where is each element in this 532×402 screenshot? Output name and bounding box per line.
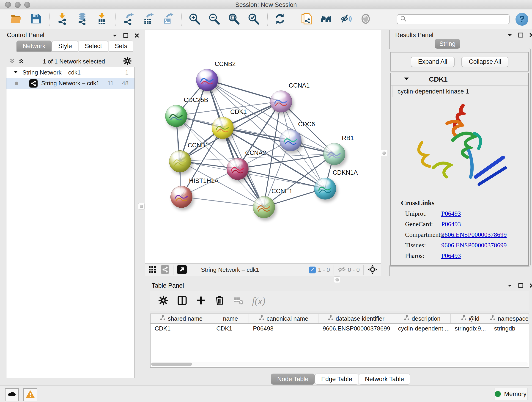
tab-select[interactable]: Select (79, 41, 108, 51)
warnings-button[interactable] (23, 388, 37, 401)
hide-glass-button[interactable] (339, 12, 353, 27)
maximize-panel-icon[interactable] (123, 32, 129, 39)
bottom-splitter-handle[interactable] (334, 276, 340, 283)
zoom-selected-button[interactable] (246, 12, 261, 27)
string-badge-gray-icon[interactable] (161, 265, 169, 275)
crosslink-tissues-[interactable]: 9606.ENSP00000378699 (441, 242, 507, 249)
search-input[interactable] (407, 15, 504, 23)
tab-network-table[interactable]: Network Table (359, 374, 410, 385)
float-panel-icon[interactable] (112, 32, 118, 39)
collection-caret-icon[interactable] (13, 70, 18, 76)
column-header-database-identifier[interactable]: database identifier (318, 314, 394, 323)
hidden-eye-slash-icon[interactable] (338, 265, 346, 274)
birdseye-grid-icon[interactable] (148, 265, 157, 274)
gene-caret-icon[interactable] (404, 76, 409, 83)
network-canvas[interactable]: CCNB2CCNA1CDC25BCDK1CDC6RB1CCNB1CCNA2CDK… (145, 30, 381, 263)
column-header-shared-name[interactable]: shared name (151, 314, 212, 323)
table-cell[interactable]: stringdb (490, 325, 529, 332)
crosslink-uniprot-[interactable]: P06493 (441, 210, 461, 217)
network-options-gear-icon[interactable] (123, 57, 132, 66)
node-ccnb2[interactable] (196, 69, 218, 91)
add-column-icon[interactable] (196, 295, 206, 307)
import-table-button[interactable] (94, 12, 109, 27)
column-header--id[interactable]: @id (451, 314, 490, 323)
close-panel-icon[interactable] (529, 283, 532, 289)
expand-all-icon[interactable] (18, 57, 25, 65)
collapse-all-button[interactable]: Collapse All (462, 57, 508, 67)
tab-network[interactable]: Network (17, 41, 51, 51)
node-rb1[interactable] (323, 143, 345, 165)
export-table-button[interactable] (141, 12, 155, 27)
node-ccna2[interactable] (227, 158, 249, 180)
crosslink-genecard-[interactable]: P06493 (441, 220, 461, 228)
tab-string[interactable]: String (435, 39, 460, 49)
node-cdk1[interactable] (212, 117, 234, 139)
tab-style[interactable]: Style (52, 41, 78, 51)
close-panel-icon[interactable] (134, 32, 140, 39)
node-cdkn1a[interactable] (314, 178, 336, 200)
scrollbar-thumb[interactable] (151, 363, 192, 366)
expand-all-button[interactable]: Expand All (411, 57, 455, 67)
table-cell[interactable]: P06493 (249, 325, 318, 332)
open-in-window-icon[interactable] (177, 265, 187, 275)
cloud-button[interactable] (5, 388, 19, 401)
table-horizontal-scrollbar[interactable] (151, 362, 528, 366)
float-panel-icon[interactable] (507, 283, 513, 289)
network-row[interactable]: String Network – cdk1 11 48 (6, 78, 134, 89)
node-hist1h1a[interactable] (171, 186, 192, 208)
import-database-button[interactable] (75, 12, 89, 27)
tab-edge-table[interactable]: Edge Table (315, 374, 358, 385)
crosslink-compartments-[interactable]: 9606.ENSP00000378699 (441, 231, 507, 238)
show-columns-icon[interactable] (177, 295, 187, 307)
zoom-fit-button[interactable] (226, 12, 241, 27)
tab-sets[interactable]: Sets (109, 41, 133, 51)
node-ccna1[interactable] (270, 90, 292, 113)
node-ccne1[interactable] (253, 196, 275, 218)
open-session-button[interactable] (9, 12, 23, 27)
table-cell[interactable]: CDK1 (212, 325, 249, 332)
share-document-button[interactable] (299, 12, 314, 27)
gene-card-header[interactable]: CDK1 (391, 73, 528, 85)
save-icon (30, 13, 42, 26)
network-node-count: 11 (108, 80, 114, 87)
node-ccnb1[interactable] (169, 150, 191, 172)
float-panel-icon[interactable] (507, 32, 513, 39)
delete-column-icon[interactable] (215, 295, 225, 307)
left-splitter-handle[interactable] (138, 203, 145, 210)
table-row[interactable]: CDK1CDK1P064939606.ENSP00000378699cyclin… (151, 324, 529, 333)
node-cdc6[interactable] (279, 129, 302, 151)
right-splitter-handle[interactable] (381, 150, 387, 156)
network-collection-row[interactable]: String Network – cdk1 1 (6, 67, 134, 78)
collapse-all-icon[interactable] (9, 57, 16, 65)
help-button[interactable]: ? (515, 13, 528, 26)
column-header-canonical-name[interactable]: canonical name (249, 314, 318, 323)
export-network-button[interactable] (121, 12, 136, 27)
refresh-button[interactable] (273, 12, 287, 27)
table-cell[interactable]: stringdb:9... (451, 325, 490, 332)
table-settings-gear-icon[interactable] (158, 295, 169, 307)
node-cdc25b[interactable] (165, 105, 187, 127)
column-header-description[interactable]: description (394, 314, 450, 323)
table-cell[interactable]: CDK1 (151, 325, 212, 332)
memory-button[interactable]: Memory (494, 388, 527, 400)
export-image-button[interactable] (160, 12, 175, 27)
import-network-button[interactable] (55, 12, 70, 27)
crosslink-pharos-[interactable]: P06493 (441, 252, 461, 259)
zoom-in-button[interactable] (187, 12, 202, 27)
string-home-button[interactable] (319, 12, 334, 27)
node-label: CDK1 (230, 108, 247, 115)
table-cell[interactable]: 9606.ENSP00000378699 (318, 325, 394, 332)
zoom-out-button[interactable] (207, 12, 221, 27)
close-panel-icon[interactable] (529, 32, 532, 39)
table-cell[interactable]: cyclin-dependent ... (394, 325, 450, 332)
column-header-name[interactable]: name (212, 314, 249, 323)
save-session-button[interactable] (28, 12, 43, 27)
column-header-namespace[interactable]: namespace (490, 314, 529, 323)
tab-node-table[interactable]: Node Table (271, 374, 315, 385)
show-glass-button[interactable] (358, 12, 373, 27)
maximize-panel-icon[interactable] (518, 283, 524, 289)
maximize-panel-icon[interactable] (518, 32, 524, 39)
selected-checkbox-icon[interactable]: ✓ (309, 267, 316, 274)
fit-crosshair-icon[interactable] (367, 264, 378, 275)
search-field[interactable] (397, 14, 510, 24)
